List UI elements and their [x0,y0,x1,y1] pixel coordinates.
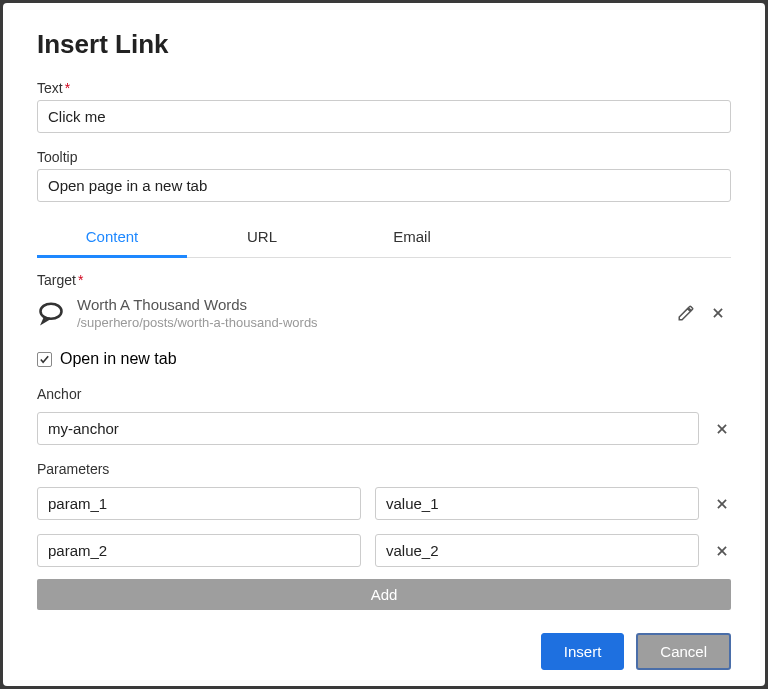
tooltip-input[interactable] [37,169,731,202]
cancel-button[interactable]: Cancel [636,633,731,670]
param-name-input[interactable] [37,534,361,567]
tabs: Content URL Email [37,218,731,258]
speech-bubble-icon [37,299,65,327]
open-new-tab-checkbox[interactable] [37,352,52,367]
tab-url[interactable]: URL [187,218,337,257]
param-value-input[interactable] [375,487,699,520]
target-title: Worth A Thousand Words [77,296,665,313]
insert-link-dialog: Insert Link Text* Tooltip Content URL Em… [3,3,765,686]
text-label: Text* [37,80,731,96]
required-star-icon: * [65,80,70,96]
svg-point-0 [41,304,62,319]
parameters-label: Parameters [37,461,731,477]
edit-icon[interactable] [677,304,695,322]
target-text: Worth A Thousand Words /superhero/posts/… [77,296,665,330]
text-field-block: Text* [37,80,731,133]
target-label: Target* [37,272,731,288]
param-name-input[interactable] [37,487,361,520]
param-row [37,534,731,567]
target-row: Worth A Thousand Words /superhero/posts/… [37,296,731,330]
add-parameter-button[interactable]: Add [37,579,731,610]
remove-param-icon[interactable] [713,495,731,513]
insert-button[interactable]: Insert [541,633,625,670]
target-path: /superhero/posts/worth-a-thousand-words [77,315,665,330]
anchor-label: Anchor [37,386,731,402]
anchor-row [37,412,731,445]
remove-param-icon[interactable] [713,542,731,560]
param-row [37,487,731,520]
param-value-input[interactable] [375,534,699,567]
clear-anchor-icon[interactable] [713,420,731,438]
open-new-tab-row: Open in new tab [37,350,731,368]
tooltip-label: Tooltip [37,149,731,165]
dialog-footer: Insert Cancel [541,633,731,670]
text-input[interactable] [37,100,731,133]
tooltip-field-block: Tooltip [37,149,731,202]
tab-email[interactable]: Email [337,218,487,257]
clear-target-icon[interactable] [709,304,727,322]
anchor-input[interactable] [37,412,699,445]
tab-content[interactable]: Content [37,218,187,257]
required-star-icon: * [78,272,83,288]
open-new-tab-label: Open in new tab [60,350,177,368]
dialog-title: Insert Link [37,29,731,60]
